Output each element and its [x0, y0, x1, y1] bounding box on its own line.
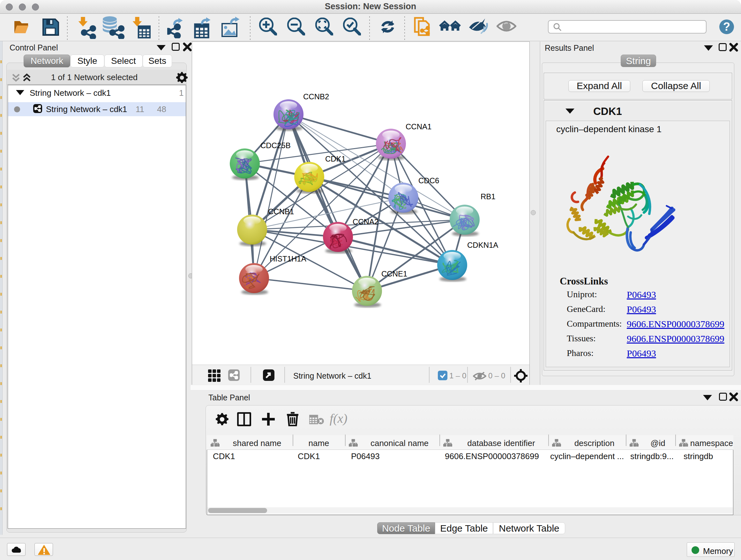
svg-text:CDKN1A: CDKN1A: [467, 241, 498, 249]
svg-text:CDC25B: CDC25B: [260, 141, 291, 150]
svg-text:CCNB2: CCNB2: [303, 92, 329, 101]
svg-text:CCNA1: CCNA1: [406, 122, 431, 131]
svg-text:CCNA2: CCNA2: [353, 217, 379, 226]
svg-text:RB1: RB1: [481, 192, 495, 201]
svg-text:CCNB1: CCNB1: [268, 207, 294, 216]
svg-text:HIST1H1A: HIST1H1A: [270, 254, 307, 263]
svg-text:CDK1: CDK1: [325, 154, 346, 163]
svg-text:CCNE1: CCNE1: [381, 269, 407, 278]
svg-text:CDC6: CDC6: [418, 176, 439, 185]
